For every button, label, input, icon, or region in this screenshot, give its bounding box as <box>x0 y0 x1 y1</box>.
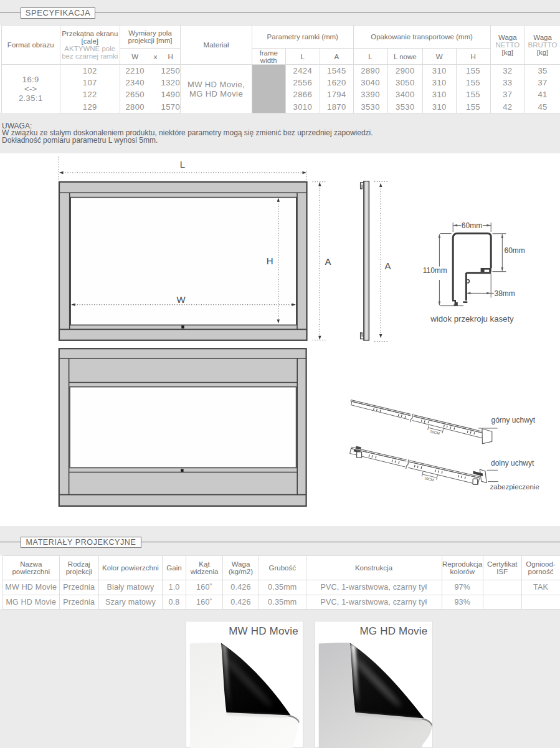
svg-text:W: W <box>176 294 186 305</box>
svg-text:zabezpieczenie: zabezpieczenie <box>490 483 539 491</box>
svg-text:38mm: 38mm <box>495 289 515 298</box>
svg-text:60mm: 60mm <box>505 246 525 255</box>
svg-text:dolny uchwyt: dolny uchwyt <box>491 459 534 467</box>
svg-text:L: L <box>180 159 185 170</box>
svg-text:górny uchwyt: górny uchwyt <box>491 416 536 424</box>
svg-text:110mm: 110mm <box>423 266 447 275</box>
svg-text:H: H <box>267 256 273 266</box>
svg-text:widok przekroju kasety: widok przekroju kasety <box>430 314 514 324</box>
svg-text:A: A <box>385 261 391 271</box>
svg-text:A: A <box>325 256 331 267</box>
svg-text:60mm: 60mm <box>462 221 482 230</box>
svg-text:10CM: 10CM <box>424 476 434 482</box>
